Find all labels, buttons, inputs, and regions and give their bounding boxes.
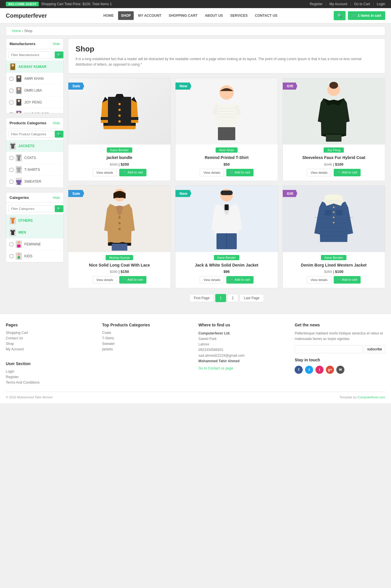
manufacturer-checkbox[interactable] bbox=[10, 77, 13, 81]
add-to-cart-btn-3[interactable]: 🛒 Add to cart bbox=[334, 169, 361, 176]
svg-point-23 bbox=[118, 114, 121, 117]
categories-list: OTHERS MEN bbox=[6, 215, 63, 262]
category-checkbox[interactable] bbox=[10, 180, 13, 184]
footer-link-terms[interactable]: Terms And Conditions bbox=[6, 380, 96, 384]
breadcrumb-home[interactable]: Home bbox=[12, 29, 21, 33]
page-1-btn[interactable]: 1 bbox=[215, 294, 226, 302]
nav-home[interactable]: HOME bbox=[100, 11, 117, 20]
footer-email: sad.ahmed22224@gmail.com bbox=[199, 354, 245, 358]
product-categories-search-input[interactable] bbox=[8, 131, 54, 138]
manufacturer-checkbox[interactable] bbox=[10, 89, 13, 93]
nav-about-us[interactable]: ABOUT US bbox=[202, 11, 226, 20]
view-details-btn-5[interactable]: View details bbox=[200, 276, 224, 284]
page-2-btn[interactable]: 2 bbox=[227, 294, 238, 302]
product-name-5: Jack & White Solid Denim Jacket bbox=[179, 262, 274, 268]
footer-product-tshirts[interactable]: T-Shirts bbox=[102, 336, 193, 340]
footer-link-shopping-cart[interactable]: Shopping Cart bbox=[6, 331, 96, 335]
category-item-sweater[interactable]: SWEATER bbox=[6, 176, 63, 188]
cat-item-men[interactable]: MEN bbox=[6, 227, 63, 238]
manufacturer-item-omri[interactable]: OMRI LIBA bbox=[6, 85, 63, 97]
cat-item-feminine[interactable]: FEMININE bbox=[6, 238, 63, 250]
add-to-cart-btn-1[interactable]: 🛒 Add to cart bbox=[119, 169, 146, 176]
pagination: First Page 1 2 Last Page bbox=[68, 294, 385, 302]
manufacturer-item-amir[interactable]: AMIR KHAN bbox=[6, 73, 63, 85]
manufacturer-checkbox[interactable] bbox=[10, 101, 13, 104]
cat-checkbox[interactable] bbox=[10, 254, 13, 258]
footer-product-coats[interactable]: Coats bbox=[102, 331, 193, 335]
view-details-btn-1[interactable]: View details bbox=[93, 169, 117, 176]
login-link[interactable]: Login bbox=[377, 2, 385, 6]
manufacturer-tag-3[interactable]: Joy Peng bbox=[324, 147, 344, 153]
footer-link-login[interactable]: Login bbox=[6, 369, 96, 373]
footer-link-register[interactable]: Register bbox=[6, 375, 96, 379]
cat-item-others[interactable]: OTHERS bbox=[6, 215, 63, 227]
email-icon[interactable]: ✉ bbox=[336, 366, 344, 374]
manufacturer-tag-5[interactable]: Kane Bender bbox=[214, 255, 239, 260]
manufacturer-tag-4[interactable]: Akshay Kumar bbox=[106, 255, 133, 260]
add-to-cart-btn-4[interactable]: 🛒 Add to cart bbox=[119, 276, 146, 284]
manufacturer-checkbox[interactable] bbox=[10, 112, 13, 113]
product-actions-3: View details 🛒 Add to cart bbox=[286, 169, 381, 178]
manufacturer-item-kane[interactable]: KANE BENDER bbox=[6, 108, 63, 113]
go-to-cart-link[interactable]: Go to Cart bbox=[354, 2, 370, 6]
google-plus-icon[interactable]: g+ bbox=[326, 366, 334, 374]
footer-link-my-account[interactable]: My Account bbox=[6, 347, 96, 351]
footer: Pages Shopping Cart Contact Us Shop My A… bbox=[0, 314, 391, 403]
cat-item-kids[interactable]: KIDS bbox=[6, 250, 63, 262]
footer-contact-link[interactable]: Go to Contact us page bbox=[199, 366, 289, 370]
manufacturers-search-btn[interactable]: 🔍 bbox=[55, 51, 63, 58]
cat-checkbox[interactable] bbox=[10, 243, 13, 246]
product-image-4: Sale bbox=[68, 186, 170, 252]
footer-subscribe-btn[interactable]: subscribe bbox=[364, 345, 385, 353]
view-details-btn-4[interactable]: View details bbox=[93, 276, 117, 284]
view-details-btn-3[interactable]: View details bbox=[307, 169, 331, 176]
category-item-coats[interactable]: COATS bbox=[6, 152, 63, 164]
header-cart-button[interactable]: 🛒 1 items in cart bbox=[348, 11, 385, 20]
add-to-cart-btn-2[interactable]: 🛒 Add to cart bbox=[226, 169, 254, 176]
footer-product-sweater[interactable]: Sweater bbox=[102, 342, 193, 346]
manufacturer-tag-2[interactable]: Amir Khan bbox=[216, 147, 237, 153]
manufacturer-tag-1[interactable]: Kane Bender bbox=[107, 147, 132, 153]
product-categories-search-btn[interactable]: 🔍 bbox=[55, 131, 63, 138]
product-name-3: Sleeveless Faux Fur Hybrid Coat bbox=[286, 155, 381, 160]
first-page-btn[interactable]: First Page bbox=[189, 294, 214, 302]
nav-shopping-cart[interactable]: SHOPPING CART bbox=[166, 11, 201, 20]
manufacturers-search-input[interactable] bbox=[8, 51, 54, 58]
product-categories-hide-btn[interactable]: Hide bbox=[53, 121, 60, 125]
nav-my-account[interactable]: MY ACCOUNT bbox=[135, 11, 164, 20]
instagram-icon[interactable]: i bbox=[315, 366, 324, 374]
product-image-3: Gift bbox=[283, 78, 385, 145]
manufacturer-item-akshay[interactable]: AKSHAY KUMAR bbox=[6, 61, 63, 73]
manufacturer-item-joy[interactable]: JOY PENG bbox=[6, 97, 63, 108]
category-checkbox[interactable] bbox=[10, 156, 13, 160]
categories-hide-btn[interactable]: Hide bbox=[53, 196, 60, 200]
register-link[interactable]: Register bbox=[310, 2, 323, 6]
my-account-link[interactable]: My Account bbox=[329, 2, 347, 6]
footer-template-link[interactable]: Computerfever.com bbox=[357, 395, 385, 399]
add-to-cart-btn-6[interactable]: 🛒 Add to cart bbox=[334, 276, 361, 284]
footer-link-contact[interactable]: Contact Us bbox=[6, 336, 96, 340]
add-to-cart-btn-5[interactable]: 🛒 Add to cart bbox=[226, 276, 254, 284]
manufacturers-hide-btn[interactable]: Hide bbox=[53, 42, 60, 46]
view-details-btn-6[interactable]: View details bbox=[307, 276, 331, 284]
site-logo[interactable]: Computerfever bbox=[6, 12, 47, 19]
header-search-button[interactable]: 🔍 bbox=[334, 11, 346, 20]
facebook-icon[interactable]: f bbox=[295, 366, 303, 374]
category-label: JACKETS bbox=[18, 144, 34, 148]
nav-services[interactable]: SERVICES bbox=[227, 11, 250, 20]
nav-contact-us[interactable]: CONTACT US bbox=[252, 11, 280, 20]
categories-search-input[interactable] bbox=[8, 205, 54, 212]
twitter-icon[interactable]: t bbox=[305, 366, 313, 374]
last-page-btn[interactable]: Last Page bbox=[240, 294, 264, 302]
view-details-btn-2[interactable]: View details bbox=[200, 169, 224, 176]
nav-shop[interactable]: SHOP bbox=[118, 11, 134, 20]
footer-product-jackets[interactable]: jackets bbox=[102, 347, 193, 351]
footer-link-shop[interactable]: Shop bbox=[6, 342, 96, 346]
product-grid: Sale bbox=[68, 78, 385, 288]
footer-news-input[interactable] bbox=[295, 345, 362, 353]
manufacturer-tag-6[interactable]: Kane Bender bbox=[321, 255, 346, 260]
category-item-jackets[interactable]: JACKETS bbox=[6, 140, 63, 152]
category-checkbox[interactable] bbox=[10, 168, 13, 172]
category-item-tshirts[interactable]: T-SHIRTS bbox=[6, 164, 63, 176]
categories-search-btn[interactable]: 🔍 bbox=[55, 205, 63, 212]
